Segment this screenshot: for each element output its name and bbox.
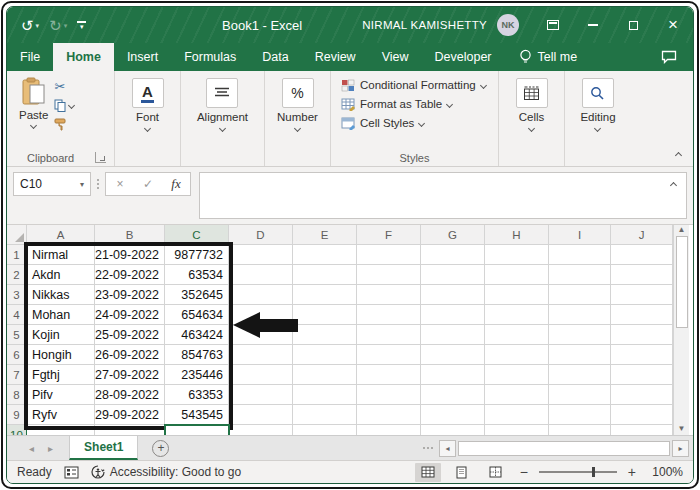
column-header-E[interactable]: E <box>293 225 357 245</box>
insert-function-button[interactable]: fx <box>162 176 190 192</box>
cell-C2[interactable]: 63534 <box>165 265 229 285</box>
cell-A8[interactable]: Pifv <box>27 385 95 405</box>
cell-A9[interactable]: Ryfv <box>27 405 95 425</box>
editing-group[interactable]: Editing <box>565 71 631 166</box>
row-header-4[interactable]: 4 <box>7 305 27 325</box>
zoom-in-button[interactable]: + <box>625 464 639 480</box>
cell-D3[interactable] <box>229 285 293 305</box>
cell-E3[interactable] <box>293 285 357 305</box>
row-header-10[interactable]: 10 <box>7 425 27 435</box>
cell-I8[interactable] <box>549 385 611 405</box>
column-header-B[interactable]: B <box>95 225 165 245</box>
cell-D9[interactable] <box>229 405 293 425</box>
cell-C7[interactable]: 235446 <box>165 365 229 385</box>
cell-E2[interactable] <box>293 265 357 285</box>
cell-J10[interactable] <box>611 425 673 435</box>
cell-B7[interactable]: 27-09-2022 <box>95 365 165 385</box>
cell-F9[interactable] <box>357 405 421 425</box>
cell-A10[interactable] <box>27 425 95 435</box>
cell-J8[interactable] <box>611 385 673 405</box>
tab-view[interactable]: View <box>369 43 422 71</box>
cell-C6[interactable]: 854763 <box>165 345 229 365</box>
cell-E4[interactable] <box>293 305 357 325</box>
cell-A6[interactable]: Hongih <box>27 345 95 365</box>
cell-E8[interactable] <box>293 385 357 405</box>
cell-B2[interactable]: 22-09-2022 <box>95 265 165 285</box>
page-layout-view-button[interactable] <box>449 463 475 482</box>
cell-F7[interactable] <box>357 365 421 385</box>
cell-F5[interactable] <box>357 325 421 345</box>
cell-G8[interactable] <box>421 385 485 405</box>
conditional-formatting-button[interactable]: Conditional Formatting <box>341 77 488 93</box>
cell-H6[interactable] <box>485 345 549 365</box>
cell-E1[interactable] <box>293 245 357 265</box>
format-painter-button[interactable] <box>54 117 74 131</box>
close-button[interactable]: × <box>653 7 693 43</box>
cell-E6[interactable] <box>293 345 357 365</box>
row-header-2[interactable]: 2 <box>7 265 27 285</box>
vertical-scroll-thumb[interactable] <box>676 236 688 328</box>
scroll-left-icon[interactable]: ◂ <box>439 440 456 457</box>
cell-F3[interactable] <box>357 285 421 305</box>
cell-C8[interactable]: 63353 <box>165 385 229 405</box>
cell-F4[interactable] <box>357 305 421 325</box>
cell-B9[interactable]: 29-09-2022 <box>95 405 165 425</box>
cell-H3[interactable] <box>485 285 549 305</box>
cell-A4[interactable]: Mohan <box>27 305 95 325</box>
row-header-6[interactable]: 6 <box>7 345 27 365</box>
cell-H9[interactable] <box>485 405 549 425</box>
cell-J9[interactable] <box>611 405 673 425</box>
previous-sheet-icon[interactable]: ◂ <box>29 443 34 454</box>
column-header-J[interactable]: J <box>611 225 673 245</box>
new-sheet-button[interactable]: + <box>152 440 169 457</box>
cell-I4[interactable] <box>549 305 611 325</box>
cell-I3[interactable] <box>549 285 611 305</box>
cell-G9[interactable] <box>421 405 485 425</box>
cell-D8[interactable] <box>229 385 293 405</box>
cell-G6[interactable] <box>421 345 485 365</box>
cell-I1[interactable] <box>549 245 611 265</box>
cell-C5[interactable]: 463424 <box>165 325 229 345</box>
cell-H4[interactable] <box>485 305 549 325</box>
cell-I9[interactable] <box>549 405 611 425</box>
cell-H5[interactable] <box>485 325 549 345</box>
cell-J3[interactable] <box>611 285 673 305</box>
row-header-9[interactable]: 9 <box>7 405 27 425</box>
active-cell-C10[interactable] <box>164 424 230 435</box>
format-as-table-button[interactable]: Format as Table <box>341 96 488 112</box>
cell-G1[interactable] <box>421 245 485 265</box>
cell-C3[interactable]: 352645 <box>165 285 229 305</box>
zoom-slider-thumb[interactable] <box>592 467 595 477</box>
cell-B6[interactable]: 26-09-2022 <box>95 345 165 365</box>
cell-I5[interactable] <box>549 325 611 345</box>
tab-data[interactable]: Data <box>249 43 301 71</box>
cell-D2[interactable] <box>229 265 293 285</box>
cell-B5[interactable]: 25-09-2022 <box>95 325 165 345</box>
macro-record-icon[interactable] <box>64 466 79 479</box>
column-header-D[interactable]: D <box>229 225 293 245</box>
cell-G10[interactable] <box>421 425 485 435</box>
minimize-button[interactable] <box>573 7 613 43</box>
cell-E7[interactable] <box>293 365 357 385</box>
collapse-ribbon-icon[interactable] <box>675 152 682 159</box>
cancel-button[interactable]: × <box>106 177 134 191</box>
cell-I6[interactable] <box>549 345 611 365</box>
maximize-button[interactable] <box>613 7 653 43</box>
cell-H1[interactable] <box>485 245 549 265</box>
tab-home[interactable]: Home <box>53 43 114 71</box>
vertical-scrollbar[interactable]: ▲ ▼ <box>673 225 689 435</box>
sheet-tab-sheet1[interactable]: Sheet1 <box>69 436 138 460</box>
cell-J2[interactable] <box>611 265 673 285</box>
column-header-C[interactable]: C <box>165 225 229 245</box>
cell-styles-button[interactable]: Cell Styles <box>341 115 488 131</box>
cell-F6[interactable] <box>357 345 421 365</box>
avatar[interactable]: NK <box>497 14 519 36</box>
cell-B8[interactable]: 28-09-2022 <box>95 385 165 405</box>
undo-dropdown-icon[interactable]: ▾ <box>36 22 40 29</box>
cell-D10[interactable] <box>229 425 293 435</box>
cell-E5[interactable] <box>293 325 357 345</box>
scroll-down-icon[interactable]: ▼ <box>678 424 686 433</box>
tell-me-box[interactable]: Tell me <box>509 43 588 71</box>
copy-button[interactable] <box>54 98 74 112</box>
name-box-dropdown-icon[interactable]: ▾ <box>80 180 84 189</box>
